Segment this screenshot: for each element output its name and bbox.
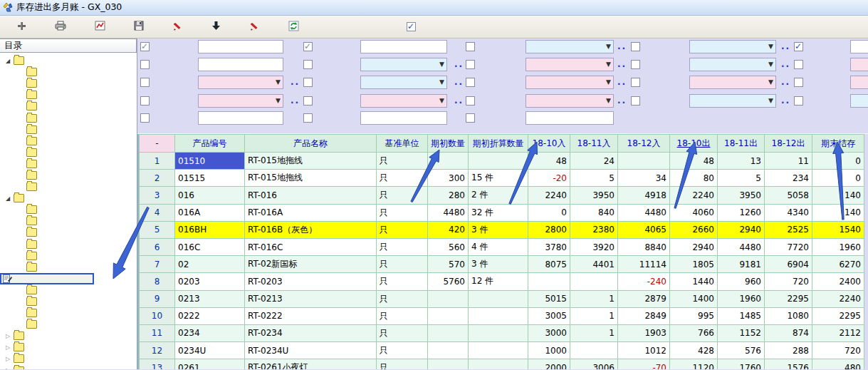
table-cell[interactable]: RT-0213	[245, 290, 377, 307]
table-cell[interactable]: 4 件	[469, 238, 528, 255]
bom-detail-dropdown[interactable]: ▼	[198, 76, 283, 89]
inout-flag-dropdown[interactable]: ▼	[689, 94, 776, 108]
product-set-dropdown[interactable]: ▼	[525, 76, 614, 89]
table-cell[interactable]: -240	[618, 273, 670, 290]
table-cell[interactable]: 01515	[175, 170, 245, 187]
disabled-material-dropdown[interactable]: ▼	[360, 76, 447, 89]
table-cell[interactable]: 1152	[718, 324, 765, 341]
table-cell[interactable]: 874	[765, 324, 812, 341]
chevron-down-icon[interactable]: ▼	[768, 43, 773, 50]
table-cell[interactable]: 12 件	[469, 273, 528, 290]
parent-catalog-checkbox[interactable]	[631, 60, 640, 69]
table-cell[interactable]: 只	[377, 342, 428, 359]
table-cell[interactable]: 0	[812, 153, 864, 170]
table-cell[interactable]: 280	[428, 187, 469, 204]
column-header[interactable]: 18-11出	[718, 135, 765, 153]
table-cell[interactable]: 0234	[175, 324, 245, 341]
expand-icon[interactable]: ▷	[4, 367, 11, 369]
column-header[interactable]: 期末结存	[812, 135, 864, 153]
table-cell[interactable]: 960	[718, 273, 765, 290]
employee-range-link[interactable]: ..	[781, 41, 790, 51]
supplier-checkbox[interactable]	[794, 78, 803, 87]
table-cell[interactable]: 560	[428, 238, 469, 255]
table-cell[interactable]: 3 件	[469, 256, 528, 273]
table-cell[interactable]: 3000	[528, 324, 570, 341]
table-cell[interactable]: 1903	[618, 324, 670, 341]
tree-item[interactable]	[0, 124, 137, 135]
table-cell[interactable]: 4065	[618, 221, 670, 238]
table-cell[interactable]	[570, 342, 618, 359]
qty-range-dropdown[interactable]: ▼	[850, 94, 868, 108]
table-cell[interactable]: 只	[377, 273, 428, 290]
table-cell[interactable]: 48	[670, 153, 718, 170]
row-number-cell[interactable]: 12	[140, 342, 175, 359]
table-cell[interactable]: 1080	[765, 307, 812, 324]
tree-item[interactable]: ◢	[0, 55, 137, 66]
table-cell[interactable]: 0261	[175, 359, 245, 369]
table-cell[interactable]: 4480	[618, 204, 670, 221]
table-cell[interactable]: RT-016C	[245, 238, 377, 255]
tree-item[interactable]: ▷	[0, 353, 137, 364]
tree-item[interactable]	[0, 112, 137, 123]
table-cell[interactable]: 2112	[812, 324, 864, 341]
product-set-checkbox[interactable]	[466, 78, 475, 87]
graph-button[interactable]	[91, 18, 112, 36]
table-cell[interactable]: 1440	[670, 273, 718, 290]
doc-note-checkbox[interactable]	[466, 113, 475, 123]
table-cell[interactable]: 1960	[718, 290, 765, 307]
table-cell[interactable]: 15 件	[469, 170, 528, 187]
auto-height-toggle[interactable]	[407, 22, 419, 31]
department-checkbox[interactable]	[466, 42, 475, 51]
table-cell[interactable]	[469, 153, 528, 170]
table-cell[interactable]: 2295	[765, 290, 812, 307]
ref-type-dropdown[interactable]: ▼	[360, 94, 447, 108]
tree-item[interactable]	[0, 319, 137, 330]
table-cell[interactable]	[570, 273, 618, 290]
disabled-material-checkbox[interactable]	[303, 78, 313, 87]
table-cell[interactable]: 1540	[812, 221, 864, 238]
table-cell[interactable]: 2240	[528, 187, 570, 204]
table-cell[interactable]	[469, 290, 528, 307]
table-cell[interactable]: 3950	[570, 187, 618, 204]
table-cell[interactable]: 32 件	[469, 204, 528, 221]
function-button[interactable]	[208, 18, 227, 36]
tree-item[interactable]: ▷	[0, 341, 137, 353]
table-cell[interactable]: 3 件	[469, 221, 528, 238]
table-cell[interactable]	[618, 153, 670, 170]
table-cell[interactable]: 8075	[528, 256, 570, 273]
employee-dropdown[interactable]: ▼	[689, 40, 776, 53]
table-cell[interactable]: RT-0203	[245, 273, 377, 290]
tree-item[interactable]	[0, 78, 137, 89]
table-cell[interactable]: RT-016B（灰色）	[245, 221, 377, 238]
table-cell[interactable]: 2380	[570, 221, 618, 238]
employee-checkbox[interactable]	[631, 42, 640, 51]
item-nature-dropdown[interactable]: ▼	[525, 58, 614, 71]
start-month-checkbox[interactable]	[140, 42, 150, 51]
tree-item[interactable]	[0, 181, 137, 192]
table-cell[interactable]: 2660	[670, 221, 718, 238]
parent-catalog-range-link[interactable]: ..	[781, 59, 790, 69]
doc-type-checkbox[interactable]	[140, 96, 150, 106]
column-header[interactable]: 18-12出	[765, 135, 812, 153]
table-cell[interactable]: -20	[528, 170, 570, 187]
table-cell[interactable]: 016	[175, 187, 245, 204]
table-cell[interactable]: 1012	[618, 342, 670, 359]
table-cell[interactable]: 1485	[718, 307, 765, 324]
tree-item[interactable]	[0, 239, 137, 250]
column-header[interactable]: 产品编号	[175, 135, 245, 153]
row-number-cell[interactable]: 1	[140, 153, 175, 170]
tree-item[interactable]: ◢	[0, 192, 137, 204]
table-cell[interactable]: 570	[428, 256, 469, 273]
catalog-button[interactable]	[13, 18, 33, 36]
table-cell[interactable]: 48	[528, 153, 570, 170]
customer-range-link[interactable]: ..	[781, 77, 790, 87]
item-catalog-dropdown[interactable]: ▼	[850, 58, 868, 71]
table-cell[interactable]: 13	[718, 153, 765, 170]
table-cell[interactable]: 34	[618, 170, 670, 187]
chevron-down-icon[interactable]: ▼	[439, 78, 444, 86]
table-cell[interactable]: 11114	[618, 256, 670, 273]
ref-type-range-link[interactable]: ..	[454, 96, 464, 106]
parent-warehouse-input[interactable]	[850, 40, 868, 53]
chevron-down-icon[interactable]: ▼	[606, 78, 611, 86]
table-cell[interactable]: 576	[718, 342, 765, 359]
